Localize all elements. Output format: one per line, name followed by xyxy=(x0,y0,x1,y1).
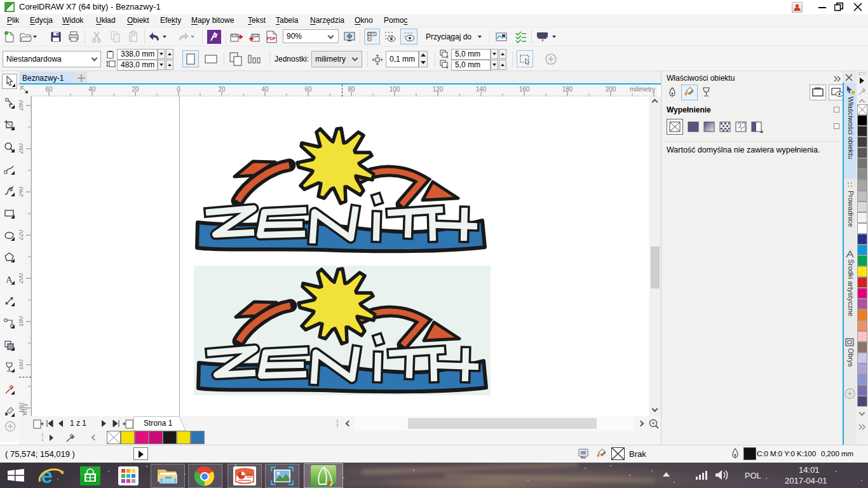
svg-text:x: x xyxy=(446,55,449,58)
svg-text:PDF: PDF xyxy=(267,36,276,41)
svg-text:e: e xyxy=(41,465,53,487)
svg-text:A: A xyxy=(6,274,13,285)
svg-text:y: y xyxy=(446,65,449,69)
